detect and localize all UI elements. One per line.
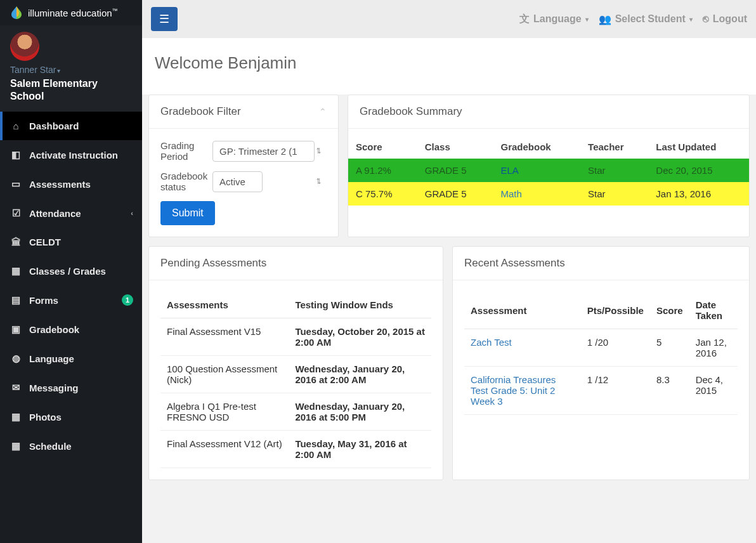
- nav-label: CELDT: [29, 237, 61, 247]
- nav: ⌂Dashboard◧Activate Instruction▭Assessme…: [0, 112, 142, 461]
- summary-row: A 91.2%GRADE 5ELAStarDec 20, 2015: [348, 159, 749, 182]
- logout-icon: ⎋: [703, 13, 709, 25]
- school-name: Salem Elementary School: [10, 77, 132, 103]
- logout-label: Logout: [713, 13, 747, 25]
- col-date: Date Taken: [689, 292, 738, 329]
- recent-row: Zach Test1 /205Jan 12, 2016: [464, 329, 738, 367]
- nav-label: Forms: [29, 295, 58, 306]
- nav-icon: ▤: [10, 294, 22, 306]
- select-student-menu[interactable]: 👥 Select Student ▾: [599, 13, 693, 25]
- nav-icon: ⌂: [10, 121, 22, 131]
- gradebook-status-select[interactable]: Active: [212, 171, 263, 192]
- nav-icon: ▦: [10, 265, 22, 277]
- page-title: Welcome Benjamin: [155, 53, 743, 73]
- cell-name[interactable]: Zach Test: [464, 329, 581, 367]
- cell-gradebook[interactable]: Math: [493, 182, 581, 206]
- hamburger-icon: ☰: [159, 12, 169, 26]
- pending-tbody: Final Assessment V15Tuesday, October 20,…: [160, 318, 431, 468]
- nav-icon: ▦: [10, 411, 22, 422]
- page-header: Welcome Benjamin: [142, 38, 756, 95]
- recent-table: Assessment Pts/Possible Score Date Taken…: [464, 292, 738, 415]
- cell-class: GRADE 5: [417, 159, 493, 182]
- sidebar-item-forms[interactable]: ▤Forms1: [0, 285, 142, 315]
- badge: 1: [122, 294, 133, 306]
- col-score: Score: [650, 292, 689, 329]
- cell-updated: Dec 20, 2015: [648, 159, 749, 182]
- sidebar-item-assessments[interactable]: ▭Assessments: [0, 169, 142, 199]
- recent-row: California Treasures Test Grade 5: Unit …: [464, 367, 738, 415]
- col-score: Score: [348, 135, 417, 159]
- sidebar-item-schedule[interactable]: ▦Schedule: [0, 431, 142, 461]
- cell-name: Algebra I Q1 Pre-test FRESNO USD: [160, 393, 289, 431]
- grading-period-label: Grading Period: [160, 140, 206, 162]
- panel-title: Pending Assessments: [160, 257, 266, 270]
- nav-label: Schedule: [29, 441, 72, 452]
- nav-label: Activate Instruction: [29, 150, 118, 160]
- user-display-name: Tanner Star: [10, 65, 56, 75]
- pending-row: 100 Question Assessment (Nick)Wednesday,…: [160, 356, 431, 393]
- gradebook-filter-panel: Gradebook Filter ⌃ Grading Period GP: Tr…: [148, 95, 339, 237]
- cell-name: 100 Question Assessment (Nick): [160, 356, 289, 393]
- sidebar-item-language[interactable]: ◍Language: [0, 344, 142, 373]
- avatar[interactable]: [10, 32, 39, 61]
- col-pts: Pts/Possible: [581, 292, 650, 329]
- language-menu[interactable]: ⽂ Language ▾: [519, 13, 589, 26]
- sidebar-item-activate-instruction[interactable]: ◧Activate Instruction: [0, 140, 142, 169]
- submit-button[interactable]: Submit: [160, 201, 215, 225]
- sidebar-item-dashboard[interactable]: ⌂Dashboard: [0, 112, 142, 140]
- nav-label: Classes / Grades: [29, 266, 106, 277]
- cell-window-ends: Wednesday, January 20, 2016 at 2:00 AM: [289, 356, 431, 393]
- cell-score: 5: [650, 329, 689, 367]
- col-updated: Last Updated: [648, 135, 749, 159]
- nav-label: Assessments: [29, 179, 91, 190]
- cell-window-ends: Tuesday, May 31, 2016 at 2:00 AM: [289, 431, 431, 468]
- summary-row: C 75.7%GRADE 5MathStarJan 13, 2016: [348, 182, 749, 206]
- grading-period-select[interactable]: GP: Trimester 2 (1: [212, 141, 315, 162]
- select-student-label: Select Student: [615, 13, 686, 25]
- user-box: Tanner Star▾ Salem Elementary School: [0, 25, 142, 112]
- sidebar-item-celdt[interactable]: 🏛CELDT: [0, 228, 142, 256]
- nav-icon: ▣: [10, 324, 22, 335]
- cell-pts: 1 /12: [581, 367, 650, 415]
- nav-label: Gradebook: [29, 324, 79, 335]
- brand-name: illuminate education™: [28, 8, 118, 18]
- pending-table: Assessments Testing Window Ends Final As…: [160, 292, 431, 468]
- sidebar-item-classes-grades[interactable]: ▦Classes / Grades: [0, 256, 142, 285]
- sidebar-item-photos[interactable]: ▦Photos: [0, 402, 142, 431]
- cell-score: A 91.2%: [348, 159, 417, 182]
- col-assessment: Assessment: [464, 292, 581, 329]
- cell-teacher: Star: [580, 159, 648, 182]
- users-icon: 👥: [599, 13, 611, 25]
- sidebar-item-messaging[interactable]: ✉Messaging: [0, 373, 142, 402]
- user-menu[interactable]: Tanner Star▾: [10, 65, 132, 75]
- nav-label: Attendance: [29, 208, 81, 219]
- pending-row: Algebra I Q1 Pre-test FRESNO USDWednesda…: [160, 393, 431, 431]
- cell-date: Dec 4, 2015: [689, 367, 738, 415]
- nav-icon: ▦: [10, 440, 22, 452]
- gradebook-summary-panel: Gradebook Summary Score Class Gradebook …: [348, 95, 750, 237]
- collapse-icon[interactable]: ⌃: [319, 107, 327, 117]
- pending-row: Final Assessment V12 (Art)Tuesday, May 3…: [160, 431, 431, 468]
- cell-name: Final Assessment V15: [160, 318, 289, 356]
- brand-logo-icon: [9, 5, 24, 20]
- menu-toggle-button[interactable]: ☰: [151, 7, 178, 31]
- cell-date: Jan 12, 2016: [689, 329, 738, 367]
- sidebar-item-gradebook[interactable]: ▣Gradebook: [0, 315, 142, 344]
- sidebar-item-attendance[interactable]: ☑Attendance‹: [0, 199, 142, 228]
- logout-button[interactable]: ⎋ Logout: [703, 13, 747, 25]
- sidebar: illuminate education™ Tanner Star▾ Salem…: [0, 0, 142, 543]
- recent-assessments-panel: Recent Assessments Assessment Pts/Possib…: [452, 246, 750, 480]
- cell-teacher: Star: [580, 182, 648, 206]
- topbar: ☰ ⽂ Language ▾ 👥 Select Student ▾ ⎋ Logo…: [142, 0, 756, 38]
- nav-icon: ☑: [10, 207, 22, 219]
- cell-gradebook[interactable]: ELA: [493, 159, 581, 182]
- recent-tbody: Zach Test1 /205Jan 12, 2016California Tr…: [464, 329, 738, 415]
- col-class: Class: [417, 135, 493, 159]
- nav-label: Dashboard: [29, 121, 79, 131]
- language-label: Language: [533, 13, 582, 25]
- cell-window-ends: Tuesday, October 20, 2015 at 2:00 AM: [289, 318, 431, 356]
- nav-label: Messaging: [29, 383, 79, 393]
- cell-name[interactable]: California Treasures Test Grade 5: Unit …: [464, 367, 581, 415]
- translate-icon: ⽂: [519, 13, 530, 26]
- nav-icon: ▭: [10, 178, 22, 190]
